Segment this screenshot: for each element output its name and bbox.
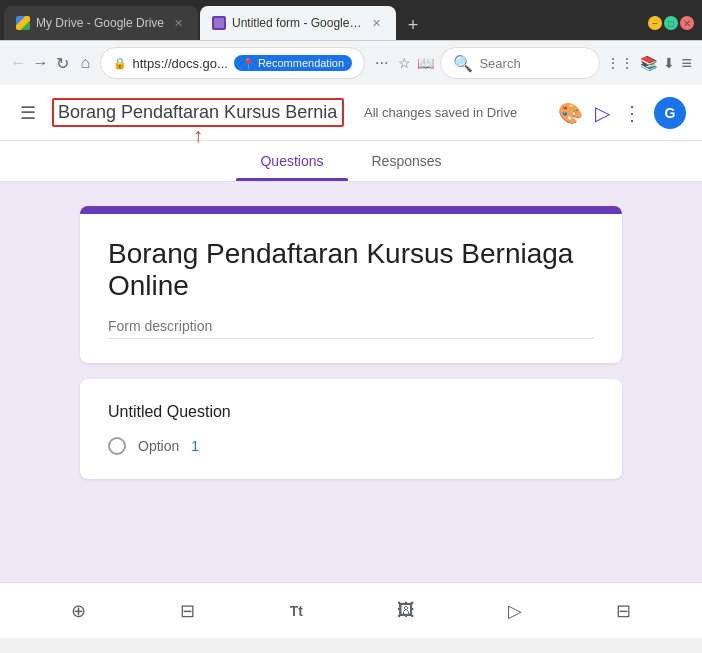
more-vert-icon[interactable]: ⋮	[622, 101, 642, 125]
maximize-button[interactable]: □	[664, 16, 678, 30]
image-icon: 🖼	[397, 600, 415, 621]
browser-chrome: My Drive - Google Drive ✕ Untitled form …	[0, 0, 702, 85]
refresh-button[interactable]: ↻	[55, 49, 71, 77]
red-arrow-indicator: ↑	[193, 124, 203, 147]
reading-list-icon[interactable]: 📖	[417, 55, 434, 71]
import-questions-button[interactable]: ⊟	[169, 593, 205, 629]
drive-icon	[16, 16, 30, 30]
close-button[interactable]: ✕	[680, 16, 694, 30]
search-bar-container[interactable]: 🔍	[440, 47, 600, 79]
new-tab-button[interactable]: +	[398, 10, 428, 40]
video-icon: ▷	[508, 600, 522, 622]
extensions-icon[interactable]: ⋮⋮	[606, 55, 634, 71]
downloads-icon[interactable]: ⬇	[663, 55, 675, 71]
form-title-input[interactable]	[58, 102, 338, 123]
form-header-card: Borang Pendaftaran Kursus Berniaga Onlin…	[80, 206, 622, 363]
form-description-input[interactable]	[108, 314, 594, 339]
tab-google-drive[interactable]: My Drive - Google Drive ✕	[4, 6, 198, 40]
minimize-button[interactable]: −	[648, 16, 662, 30]
browser-menu-icon[interactable]: ≡	[681, 53, 692, 74]
tab-google-forms[interactable]: Untitled form - Google Forms ✕	[200, 6, 396, 40]
hamburger-icon[interactable]: ☰	[16, 98, 40, 128]
option-label: Option	[138, 438, 179, 454]
avatar[interactable]: G	[654, 97, 686, 129]
add-video-button[interactable]: ▷	[497, 593, 533, 629]
more-options-button[interactable]: ···	[371, 54, 392, 72]
option-row: Option 1	[108, 437, 594, 455]
tab-questions[interactable]: Questions	[236, 141, 347, 181]
address-bar[interactable]: 🔒 https://docs.go... Recommendation	[100, 47, 366, 79]
sidebar-icon[interactable]: 📚	[640, 55, 657, 71]
radio-circle	[108, 437, 126, 455]
form-card-title: Borang Pendaftaran Kursus Berniaga Onlin…	[108, 238, 594, 302]
send-icon[interactable]: ▷	[595, 101, 610, 125]
tab-bar: My Drive - Google Drive ✕ Untitled form …	[0, 0, 702, 40]
forms-icon	[212, 16, 226, 30]
question-card: Untitled Question Option 1	[80, 379, 622, 479]
tab-forms-label: Untitled form - Google Forms	[232, 16, 362, 30]
import-icon: ⊟	[180, 600, 195, 622]
address-bar-row: ← → ↻ ⌂ 🔒 https://docs.go... Recommendat…	[0, 40, 702, 85]
header-actions: 🎨 ▷ ⋮ G	[558, 97, 686, 129]
option-number: 1	[191, 438, 199, 454]
lock-icon: 🔒	[113, 57, 127, 70]
forward-button[interactable]: →	[32, 49, 48, 77]
bottom-toolbar: ⊕ ⊟ Tt 🖼 ▷ ⊟	[0, 582, 702, 638]
tab-drive-label: My Drive - Google Drive	[36, 16, 164, 30]
add-title-button[interactable]: Tt	[278, 593, 314, 629]
text-icon: Tt	[290, 603, 303, 619]
form-title-wrapper	[52, 98, 344, 127]
recommendation-label: Recommendation	[258, 57, 344, 69]
tab-close-drive[interactable]: ✕	[170, 15, 186, 31]
add-section-button[interactable]: ⊟	[606, 593, 642, 629]
window-controls: − □ ✕	[640, 6, 702, 40]
address-url-text: https://docs.go...	[133, 56, 228, 71]
main-content: Borang Pendaftaran Kursus Berniaga Onlin…	[0, 182, 702, 582]
recommendation-badge[interactable]: Recommendation	[234, 55, 352, 71]
add-image-button[interactable]: 🖼	[388, 593, 424, 629]
palette-icon[interactable]: 🎨	[558, 101, 583, 125]
tab-spacer	[430, 6, 638, 40]
tab-close-forms[interactable]: ✕	[368, 15, 384, 31]
home-button[interactable]: ⌂	[77, 49, 93, 77]
question-title: Untitled Question	[108, 403, 594, 421]
search-icon: 🔍	[453, 54, 473, 73]
back-button[interactable]: ←	[10, 49, 26, 77]
search-input[interactable]	[479, 56, 579, 71]
add-question-button[interactable]: ⊕	[60, 593, 96, 629]
add-icon: ⊕	[71, 600, 86, 622]
section-icon: ⊟	[616, 600, 631, 622]
bookmark-icon[interactable]: ☆	[398, 55, 411, 71]
app-header: ☰ ↑ All changes saved in Drive 🎨 ▷ ⋮ G	[0, 85, 702, 141]
form-tabs: Questions Responses	[0, 141, 702, 182]
tab-responses[interactable]: Responses	[348, 141, 466, 181]
autosave-text: All changes saved in Drive	[364, 105, 517, 120]
